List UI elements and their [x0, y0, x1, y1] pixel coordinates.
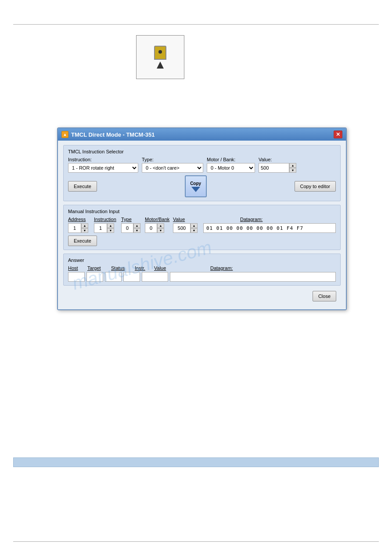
answer-value-input — [142, 272, 168, 282]
dialog-close-button[interactable]: ✕ — [334, 131, 342, 138]
answer-instr-input — [123, 272, 140, 282]
address-spin-down[interactable]: ▼ — [81, 228, 88, 233]
type-spin-down[interactable]: ▼ — [133, 228, 140, 233]
type-spinner-group: ▲ ▼ — [121, 223, 143, 233]
manual-value-spin-down[interactable]: ▼ — [191, 228, 198, 233]
type-spin-up[interactable]: ▲ — [133, 223, 140, 228]
col-header-address: Address — [68, 217, 92, 222]
top-divider — [13, 24, 379, 25]
instruction-selector-section: TMCL Instruction Selector Instruction: 1… — [63, 145, 341, 201]
dialog-titlebar: ▲ TMCL Direct Mode - TMCM-351 ✕ — [58, 128, 346, 141]
instr-spin-up[interactable]: ▲ — [107, 223, 114, 228]
answer-col-value: Value — [154, 265, 180, 271]
value-spinner: ▲ ▼ — [289, 163, 296, 173]
type-field-group: Type: 0 - <don't care> — [142, 157, 203, 173]
motor-bank-field-group: Motor / Bank: 0 - Motor 0 — [207, 157, 255, 173]
value-label: Value: — [259, 157, 296, 162]
col-header-motor-bank: Motor/Bank — [145, 217, 171, 222]
answer-datagram-display — [170, 272, 336, 282]
connector-icon-area — [136, 35, 184, 79]
close-button[interactable]: Close — [313, 291, 336, 301]
connector-plug-icon — [154, 46, 166, 60]
col-header-datagram: Datagram: — [240, 217, 263, 222]
manual-input-row: ▲ ▼ ▲ ▼ — [68, 223, 336, 233]
dialog-app-icon: ▲ — [61, 131, 68, 138]
type-select[interactable]: 0 - <don't care> — [142, 163, 203, 173]
copy-to-editor-button[interactable]: Copy to editor — [295, 181, 336, 192]
manual-value-input[interactable] — [173, 223, 191, 233]
type-label: Type: — [142, 157, 203, 162]
instr-spin-down[interactable]: ▼ — [107, 228, 114, 233]
answer-section: Answer Host Target Status Instr. Value D… — [63, 254, 341, 286]
answer-label: Answer — [68, 258, 336, 263]
manual-value-spinner: ▲ ▼ — [191, 223, 198, 233]
value-input[interactable] — [259, 163, 289, 173]
address-input[interactable] — [68, 223, 81, 233]
instr-spinner: ▲ ▼ — [107, 223, 114, 233]
execute-copy-row: Execute Copy Copy to editor — [68, 175, 336, 197]
instruction-select[interactable]: 1 - ROR rotate right — [68, 163, 138, 173]
instruction-fields-row: Instruction: 1 - ROR rotate right Type: … — [68, 157, 336, 173]
answer-input-row — [68, 272, 336, 282]
instruction-input[interactable] — [94, 223, 107, 233]
manual-value-spin-up[interactable]: ▲ — [191, 223, 198, 228]
execute-button-top[interactable]: Execute — [68, 181, 97, 192]
col-header-type: Type — [121, 217, 143, 222]
manual-value-spinner-group: ▲ ▼ — [173, 223, 201, 233]
bottom-divider — [13, 541, 379, 542]
answer-col-target: Target — [87, 265, 109, 271]
col-header-value: Value — [173, 217, 201, 222]
execute-button-manual[interactable]: Execute — [68, 236, 97, 246]
address-spin-up[interactable]: ▲ — [81, 223, 88, 228]
type-spinner: ▲ ▼ — [133, 223, 140, 233]
copy-btn-container: Copy — [101, 175, 290, 197]
answer-col-status: Status — [111, 265, 133, 271]
value-spin-up[interactable]: ▲ — [289, 163, 296, 168]
answer-col-host: Host — [68, 265, 86, 271]
tmcl-dialog: ▲ TMCL Direct Mode - TMCM-351 ✕ TMCL Ins… — [57, 127, 347, 310]
arrow-up-icon — [157, 62, 164, 69]
motor-bank-input[interactable] — [145, 223, 157, 233]
motor-bank-select[interactable]: 0 - Motor 0 — [207, 163, 255, 173]
answer-col-instr: Instr. — [135, 265, 152, 271]
value-spinner-group: ▲ ▼ — [259, 163, 296, 173]
instruction-label: Instruction: — [68, 157, 138, 162]
answer-spacer — [182, 265, 209, 271]
address-spinner: ▲ ▼ — [81, 223, 88, 233]
copy-label: Copy — [190, 181, 201, 186]
copy-arrow-icon — [191, 187, 200, 192]
datagram-display: 01 01 00 00 00 00 00 01 F4 F7 — [203, 223, 336, 233]
motor-spinner-group: ▲ ▼ — [145, 223, 171, 233]
col-header-instruction: Instruction — [94, 217, 119, 222]
dialog-footer: Close — [63, 289, 341, 305]
titlebar-left: ▲ TMCL Direct Mode - TMCM-351 — [61, 131, 155, 138]
instruction-field-group: Instruction: 1 - ROR rotate right — [68, 157, 138, 173]
dialog-body: TMCL Instruction Selector Instruction: 1… — [58, 141, 346, 309]
motor-spin-down[interactable]: ▼ — [157, 228, 164, 233]
manual-input-section: Manual Instruction Input Address Instruc… — [63, 205, 341, 250]
answer-col-datagram: Datagram: — [210, 265, 233, 271]
bottom-info-bar — [13, 457, 379, 467]
manual-column-headers: Address Instruction Type Motor/Bank Valu… — [68, 217, 336, 222]
answer-host-input — [68, 272, 85, 282]
tmcl-dialog-overlay: ▲ TMCL Direct Mode - TMCM-351 ✕ TMCL Ins… — [57, 127, 347, 310]
answer-headers: Host Target Status Instr. Value Datagram… — [68, 265, 336, 271]
answer-target-input — [86, 272, 103, 282]
value-spin-down[interactable]: ▼ — [289, 168, 296, 173]
instruction-selector-label: TMCL Instruction Selector — [68, 149, 336, 154]
address-spinner-group: ▲ ▼ — [68, 223, 92, 233]
value-field-group: Value: ▲ ▼ — [259, 157, 296, 173]
answer-status-input — [105, 272, 122, 282]
dialog-title: TMCL Direct Mode - TMCM-351 — [71, 131, 155, 138]
manual-input-label: Manual Instruction Input — [68, 209, 336, 214]
motor-spin-up[interactable]: ▲ — [157, 223, 164, 228]
instr-spinner-group: ▲ ▼ — [94, 223, 119, 233]
motor-bank-label: Motor / Bank: — [207, 157, 255, 162]
motor-spinner: ▲ ▼ — [157, 223, 164, 233]
type-input[interactable] — [121, 223, 133, 233]
copy-button[interactable]: Copy — [185, 175, 207, 197]
